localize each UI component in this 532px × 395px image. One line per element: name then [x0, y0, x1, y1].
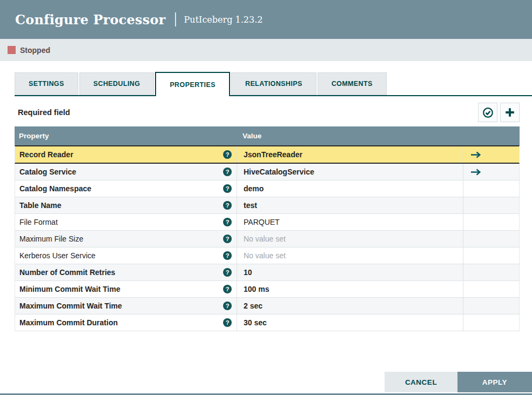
apply-button[interactable]: APPLY	[457, 372, 532, 392]
property-name: Table Name	[19, 201, 62, 210]
circle-check-icon	[482, 107, 494, 118]
property-name: File Format	[19, 218, 58, 226]
goto-cell	[463, 298, 519, 314]
question-circle-icon[interactable]: ?	[223, 218, 232, 226]
property-cell: Maximum Commit Duration ?	[15, 314, 237, 331]
property-value[interactable]: No value set	[237, 247, 463, 264]
tab-relationships[interactable]: RELATIONSHIPS	[231, 72, 316, 95]
question-circle-icon[interactable]: ?	[223, 318, 232, 327]
goto-cell	[463, 247, 519, 264]
add-property-button[interactable]	[500, 103, 520, 122]
goto-cell	[463, 146, 519, 163]
property-cell: Catalog Service ?	[15, 164, 237, 180]
table-row[interactable]: Number of Commit Retries ? 10	[15, 264, 520, 281]
tab-comments[interactable]: COMMENTS	[318, 72, 387, 95]
property-value[interactable]: 10	[237, 264, 463, 280]
configure-processor-dialog: Configure Processor PutIceberg 1.23.2 St…	[0, 0, 532, 395]
question-circle-icon[interactable]: ?	[223, 285, 232, 293]
right-arrow-icon[interactable]	[470, 169, 481, 176]
column-header-value: Value	[236, 132, 462, 140]
status-bar: Stopped	[0, 39, 532, 61]
property-value[interactable]: demo	[237, 180, 463, 197]
property-cell: Catalog Namespace ?	[15, 180, 237, 197]
table-body: Record Reader ? JsonTreeReader Catalog S…	[15, 145, 520, 331]
question-circle-icon[interactable]: ?	[223, 150, 232, 159]
property-name: Maximum Commit Duration	[19, 318, 118, 327]
goto-cell	[463, 281, 519, 297]
question-circle-icon[interactable]: ?	[223, 251, 232, 260]
property-cell: File Format ?	[15, 214, 237, 230]
property-value[interactable]: JsonTreeReader	[237, 146, 463, 163]
table-row[interactable]: Catalog Service ? HiveCatalogService	[15, 164, 520, 180]
question-circle-icon[interactable]: ?	[223, 268, 232, 277]
question-circle-icon[interactable]: ?	[223, 168, 232, 176]
question-circle-icon[interactable]: ?	[223, 201, 232, 210]
property-cell: Kerberos User Service ?	[15, 247, 237, 264]
question-circle-icon[interactable]: ?	[223, 235, 232, 243]
question-circle-icon[interactable]: ?	[223, 302, 232, 310]
property-value[interactable]: test	[237, 197, 463, 213]
table-row[interactable]: Minimum Commit Wait Time ? 100 ms	[15, 281, 520, 298]
property-name: Maximum Commit Wait Time	[19, 302, 122, 310]
dialog-footer: CANCEL APPLY	[385, 372, 532, 392]
property-cell: Table Name ?	[15, 197, 237, 213]
tab-scheduling[interactable]: SCHEDULING	[79, 72, 154, 95]
properties-table: Property Value Record Reader ? JsonTreeR…	[15, 126, 520, 331]
dialog-header: Configure Processor PutIceberg 1.23.2	[0, 0, 532, 39]
table-row[interactable]: Catalog Namespace ? demo	[15, 180, 520, 197]
table-row[interactable]: Record Reader ? JsonTreeReader	[15, 145, 520, 164]
property-cell: Minimum Commit Wait Time ?	[15, 281, 237, 297]
tab-bar: SETTINGS SCHEDULING PROPERTIES RELATIONS…	[15, 72, 532, 96]
property-cell: Maximum Commit Wait Time ?	[15, 298, 237, 314]
tab-properties[interactable]: PROPERTIES	[155, 72, 230, 96]
stopped-square-icon	[8, 46, 16, 54]
table-row[interactable]: Table Name ? test	[15, 197, 520, 214]
right-arrow-icon[interactable]	[470, 151, 481, 158]
property-name: Number of Commit Retries	[19, 268, 115, 277]
goto-cell	[463, 164, 519, 180]
table-row[interactable]: Maximum File Size ? No value set	[15, 231, 520, 247]
property-value[interactable]: No value set	[237, 231, 463, 247]
goto-cell	[463, 314, 519, 331]
property-cell: Record Reader ?	[15, 146, 237, 163]
plus-icon	[504, 107, 515, 118]
table-row[interactable]: Maximum Commit Wait Time ? 2 sec	[15, 298, 520, 314]
goto-cell	[463, 197, 519, 213]
table-row[interactable]: Kerberos User Service ? No value set	[15, 247, 520, 264]
question-circle-icon[interactable]: ?	[223, 184, 232, 193]
cancel-button[interactable]: CANCEL	[385, 372, 457, 392]
property-value[interactable]: PARQUET	[237, 214, 463, 230]
property-value[interactable]: 30 sec	[237, 314, 463, 331]
property-cell: Maximum File Size ?	[15, 231, 237, 247]
goto-cell	[463, 180, 519, 197]
status-label: Stopped	[20, 46, 50, 55]
column-header-property: Property	[15, 132, 236, 140]
table-header: Property Value	[15, 126, 520, 145]
property-value[interactable]: 2 sec	[237, 298, 463, 314]
table-row[interactable]: Maximum Commit Duration ? 30 sec	[15, 314, 520, 331]
verify-properties-button[interactable]	[478, 103, 497, 122]
goto-cell	[463, 231, 519, 247]
table-row[interactable]: File Format ? PARQUET	[15, 214, 520, 231]
goto-cell	[463, 264, 519, 280]
tab-settings[interactable]: SETTINGS	[15, 72, 78, 95]
dialog-title: Configure Processor	[15, 12, 166, 28]
property-name: Catalog Namespace	[19, 184, 91, 193]
property-name: Record Reader	[19, 150, 73, 159]
toolbar-buttons	[478, 103, 520, 122]
property-cell: Number of Commit Retries ?	[15, 264, 237, 280]
property-name: Catalog Service	[19, 168, 76, 176]
properties-toolbar: Required field	[18, 103, 520, 122]
property-name: Minimum Commit Wait Time	[19, 285, 120, 293]
required-field-label: Required field	[18, 108, 70, 117]
processor-name-version: PutIceberg 1.23.2	[184, 15, 263, 25]
goto-cell	[463, 214, 519, 230]
property-value[interactable]: HiveCatalogService	[237, 164, 463, 180]
title-separator	[175, 12, 176, 26]
property-value[interactable]: 100 ms	[237, 281, 463, 297]
property-name: Maximum File Size	[19, 235, 83, 243]
property-name: Kerberos User Service	[19, 251, 96, 260]
